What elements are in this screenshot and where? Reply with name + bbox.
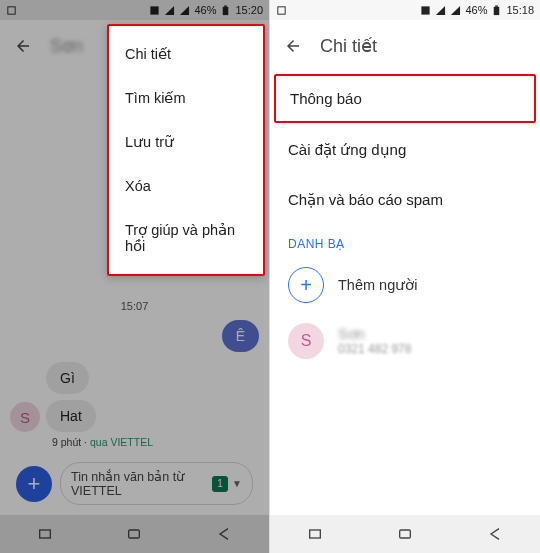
contact-phone: 0321 482 978: [338, 342, 411, 356]
avatar: S: [288, 323, 324, 359]
plus-icon: +: [288, 267, 324, 303]
add-person-label: Thêm người: [338, 277, 417, 293]
page-title: Chi tiết: [320, 35, 377, 57]
back-nav-icon[interactable]: [485, 526, 505, 542]
screenshot-icon: [276, 5, 287, 16]
svg-rect-9: [496, 5, 499, 6]
recents-icon[interactable]: [305, 526, 325, 542]
row-block-spam[interactable]: Chặn và báo cáo spam: [270, 175, 540, 225]
row-app-settings[interactable]: Cài đặt ứng dụng: [270, 125, 540, 175]
details-header: Chi tiết: [270, 20, 540, 72]
back-icon[interactable]: [284, 37, 302, 55]
contact-row[interactable]: S Sơn 0321 482 978: [270, 313, 540, 369]
statusbar: 46% 15:18: [270, 0, 540, 20]
svg-rect-11: [400, 530, 411, 538]
menu-delete[interactable]: Xóa: [109, 164, 263, 208]
menu-details[interactable]: Chi tiết: [109, 32, 263, 76]
add-person-row[interactable]: + Thêm người: [270, 257, 540, 313]
menu-search[interactable]: Tìm kiếm: [109, 76, 263, 120]
nfc-icon: [420, 5, 431, 16]
contacts-label: DANH BẠ: [270, 225, 540, 257]
battery-icon: [491, 5, 502, 16]
navbar: [270, 515, 540, 553]
row-notifications[interactable]: Thông báo: [274, 74, 536, 123]
svg-rect-8: [494, 6, 500, 14]
clock: 15:18: [506, 4, 534, 16]
menu-help[interactable]: Trợ giúp và phản hồi: [109, 208, 263, 268]
contact-name: Sơn: [338, 326, 411, 342]
overflow-menu: Chi tiết Tìm kiếm Lưu trữ Xóa Trợ giúp v…: [107, 24, 265, 276]
battery-pct: 46%: [465, 4, 487, 16]
details-list: Thông báo Cài đặt ứng dụng Chặn và báo c…: [270, 74, 540, 225]
svg-rect-6: [278, 6, 285, 13]
svg-rect-10: [310, 530, 321, 538]
signal-icon: [435, 5, 446, 16]
svg-rect-7: [422, 6, 430, 14]
home-icon[interactable]: [395, 526, 415, 542]
menu-archive[interactable]: Lưu trữ: [109, 120, 263, 164]
signal-icon: [450, 5, 461, 16]
